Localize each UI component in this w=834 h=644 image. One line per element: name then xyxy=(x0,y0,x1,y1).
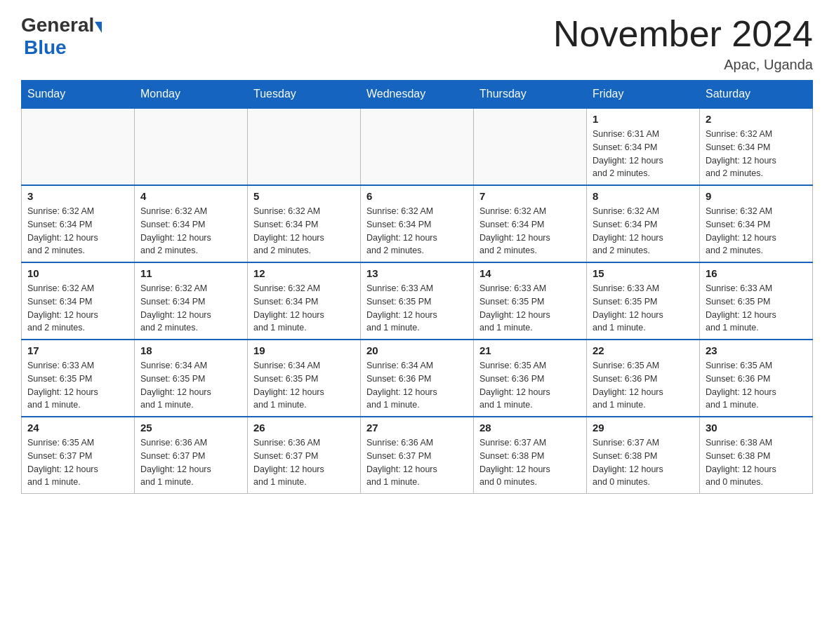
day-info: Sunrise: 6:33 AMSunset: 6:35 PMDaylight:… xyxy=(706,282,807,335)
calendar-cell: 18Sunrise: 6:34 AMSunset: 6:35 PMDayligh… xyxy=(135,340,248,417)
day-info: Sunrise: 6:32 AMSunset: 6:34 PMDaylight:… xyxy=(27,205,128,257)
calendar-cell: 4Sunrise: 6:32 AMSunset: 6:34 PMDaylight… xyxy=(135,185,248,262)
day-number: 22 xyxy=(593,344,694,356)
day-number: 19 xyxy=(253,344,355,356)
day-info: Sunrise: 6:32 AMSunset: 6:34 PMDaylight:… xyxy=(27,282,128,335)
calendar-cell: 19Sunrise: 6:34 AMSunset: 6:35 PMDayligh… xyxy=(248,340,361,417)
calendar-day-header: Tuesday xyxy=(248,81,361,109)
day-info: Sunrise: 6:36 AMSunset: 6:37 PMDaylight:… xyxy=(140,436,241,489)
day-number: 7 xyxy=(479,190,581,202)
day-number: 1 xyxy=(593,113,694,125)
calendar-cell: 23Sunrise: 6:35 AMSunset: 6:36 PMDayligh… xyxy=(700,340,813,417)
calendar-cell: 17Sunrise: 6:33 AMSunset: 6:35 PMDayligh… xyxy=(22,340,135,417)
day-info: Sunrise: 6:33 AMSunset: 6:35 PMDaylight:… xyxy=(479,282,581,335)
calendar-cell: 5Sunrise: 6:32 AMSunset: 6:34 PMDaylight… xyxy=(248,185,361,262)
logo-general-text: General xyxy=(21,14,94,36)
day-number: 25 xyxy=(140,422,241,434)
day-number: 11 xyxy=(140,267,241,279)
calendar-day-header: Friday xyxy=(587,81,700,109)
calendar-cell: 8Sunrise: 6:32 AMSunset: 6:34 PMDaylight… xyxy=(587,185,700,262)
day-info: Sunrise: 6:35 AMSunset: 6:36 PMDaylight:… xyxy=(593,359,694,412)
day-info: Sunrise: 6:33 AMSunset: 6:35 PMDaylight:… xyxy=(366,282,468,335)
day-info: Sunrise: 6:34 AMSunset: 6:35 PMDaylight:… xyxy=(253,359,355,412)
day-info: Sunrise: 6:38 AMSunset: 6:38 PMDaylight:… xyxy=(706,436,807,489)
calendar-day-header: Sunday xyxy=(22,81,135,109)
calendar-week-row: 1Sunrise: 6:31 AMSunset: 6:34 PMDaylight… xyxy=(22,108,813,185)
day-number: 18 xyxy=(140,344,241,356)
day-number: 26 xyxy=(253,422,355,434)
calendar-cell: 2Sunrise: 6:32 AMSunset: 6:34 PMDaylight… xyxy=(700,108,813,185)
calendar-cell: 28Sunrise: 6:37 AMSunset: 6:38 PMDayligh… xyxy=(474,417,587,494)
calendar-cell xyxy=(135,108,248,185)
calendar-cell: 24Sunrise: 6:35 AMSunset: 6:37 PMDayligh… xyxy=(22,417,135,494)
day-info: Sunrise: 6:35 AMSunset: 6:37 PMDaylight:… xyxy=(27,436,128,489)
calendar-day-header: Wednesday xyxy=(361,81,474,109)
month-title: November 2024 xyxy=(553,14,813,54)
day-number: 2 xyxy=(706,113,807,125)
day-number: 5 xyxy=(253,190,355,202)
day-number: 16 xyxy=(706,267,807,279)
calendar-cell: 6Sunrise: 6:32 AMSunset: 6:34 PMDaylight… xyxy=(361,185,474,262)
day-info: Sunrise: 6:35 AMSunset: 6:36 PMDaylight:… xyxy=(479,359,581,412)
calendar-cell: 27Sunrise: 6:36 AMSunset: 6:37 PMDayligh… xyxy=(361,417,474,494)
calendar-cell: 7Sunrise: 6:32 AMSunset: 6:34 PMDaylight… xyxy=(474,185,587,262)
calendar-header-row: SundayMondayTuesdayWednesdayThursdayFrid… xyxy=(22,81,813,109)
day-number: 4 xyxy=(140,190,241,202)
calendar-cell: 15Sunrise: 6:33 AMSunset: 6:35 PMDayligh… xyxy=(587,262,700,340)
calendar-cell: 13Sunrise: 6:33 AMSunset: 6:35 PMDayligh… xyxy=(361,262,474,340)
day-number: 17 xyxy=(27,344,128,356)
calendar-cell: 14Sunrise: 6:33 AMSunset: 6:35 PMDayligh… xyxy=(474,262,587,340)
day-info: Sunrise: 6:34 AMSunset: 6:36 PMDaylight:… xyxy=(366,359,468,412)
logo-arrow-icon xyxy=(95,22,102,33)
day-number: 15 xyxy=(593,267,694,279)
calendar-cell xyxy=(22,108,135,185)
day-number: 6 xyxy=(366,190,468,202)
calendar-cell: 26Sunrise: 6:36 AMSunset: 6:37 PMDayligh… xyxy=(248,417,361,494)
day-number: 8 xyxy=(593,190,694,202)
day-number: 30 xyxy=(706,422,807,434)
calendar-cell xyxy=(474,108,587,185)
calendar-cell: 30Sunrise: 6:38 AMSunset: 6:38 PMDayligh… xyxy=(700,417,813,494)
calendar-cell: 9Sunrise: 6:32 AMSunset: 6:34 PMDaylight… xyxy=(700,185,813,262)
location: Apac, Uganda xyxy=(553,57,813,73)
day-info: Sunrise: 6:31 AMSunset: 6:34 PMDaylight:… xyxy=(593,128,694,180)
calendar-table: SundayMondayTuesdayWednesdayThursdayFrid… xyxy=(21,80,813,494)
day-info: Sunrise: 6:34 AMSunset: 6:35 PMDaylight:… xyxy=(140,359,241,412)
day-number: 28 xyxy=(479,422,581,434)
day-number: 10 xyxy=(27,267,128,279)
day-info: Sunrise: 6:33 AMSunset: 6:35 PMDaylight:… xyxy=(27,359,128,412)
logo-blue-text: Blue xyxy=(24,36,67,58)
day-info: Sunrise: 6:32 AMSunset: 6:34 PMDaylight:… xyxy=(366,205,468,257)
day-number: 23 xyxy=(706,344,807,356)
day-info: Sunrise: 6:35 AMSunset: 6:36 PMDaylight:… xyxy=(706,359,807,412)
day-number: 13 xyxy=(366,267,468,279)
calendar-cell: 20Sunrise: 6:34 AMSunset: 6:36 PMDayligh… xyxy=(361,340,474,417)
calendar-week-row: 17Sunrise: 6:33 AMSunset: 6:35 PMDayligh… xyxy=(22,340,813,417)
day-number: 21 xyxy=(479,344,581,356)
day-number: 27 xyxy=(366,422,468,434)
day-info: Sunrise: 6:33 AMSunset: 6:35 PMDaylight:… xyxy=(593,282,694,335)
calendar-day-header: Monday xyxy=(135,81,248,109)
calendar-cell xyxy=(361,108,474,185)
day-number: 14 xyxy=(479,267,581,279)
day-number: 3 xyxy=(27,190,128,202)
day-info: Sunrise: 6:32 AMSunset: 6:34 PMDaylight:… xyxy=(140,205,241,257)
day-info: Sunrise: 6:32 AMSunset: 6:34 PMDaylight:… xyxy=(253,205,355,257)
day-info: Sunrise: 6:32 AMSunset: 6:34 PMDaylight:… xyxy=(479,205,581,257)
calendar-cell xyxy=(248,108,361,185)
page-header: General Blue November 2024 Apac, Uganda xyxy=(21,14,813,73)
day-number: 9 xyxy=(706,190,807,202)
day-info: Sunrise: 6:36 AMSunset: 6:37 PMDaylight:… xyxy=(366,436,468,489)
calendar-cell: 1Sunrise: 6:31 AMSunset: 6:34 PMDaylight… xyxy=(587,108,700,185)
day-number: 12 xyxy=(253,267,355,279)
calendar-day-header: Thursday xyxy=(474,81,587,109)
calendar-cell: 11Sunrise: 6:32 AMSunset: 6:34 PMDayligh… xyxy=(135,262,248,340)
calendar-week-row: 24Sunrise: 6:35 AMSunset: 6:37 PMDayligh… xyxy=(22,417,813,494)
calendar-cell: 22Sunrise: 6:35 AMSunset: 6:36 PMDayligh… xyxy=(587,340,700,417)
calendar-week-row: 10Sunrise: 6:32 AMSunset: 6:34 PMDayligh… xyxy=(22,262,813,340)
day-info: Sunrise: 6:37 AMSunset: 6:38 PMDaylight:… xyxy=(479,436,581,489)
title-section: November 2024 Apac, Uganda xyxy=(553,14,813,73)
day-info: Sunrise: 6:36 AMSunset: 6:37 PMDaylight:… xyxy=(253,436,355,489)
calendar-cell: 25Sunrise: 6:36 AMSunset: 6:37 PMDayligh… xyxy=(135,417,248,494)
day-info: Sunrise: 6:37 AMSunset: 6:38 PMDaylight:… xyxy=(593,436,694,489)
